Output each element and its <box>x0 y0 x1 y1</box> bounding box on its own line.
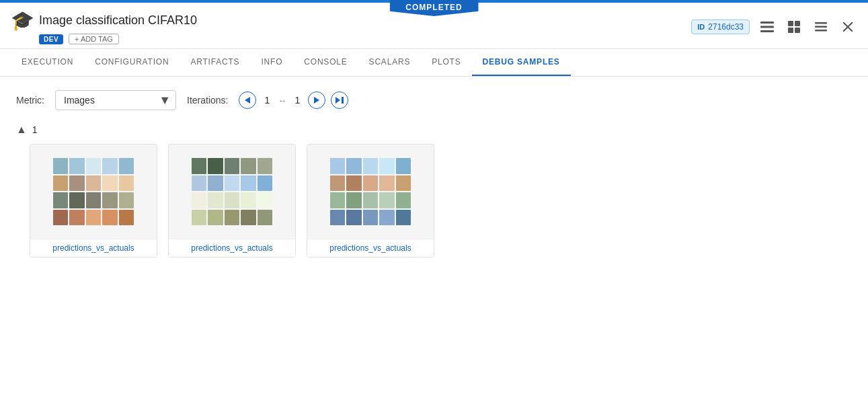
mini-cell <box>225 192 239 208</box>
card-label-2: predictions_vs_actuals <box>169 239 295 257</box>
section-number: 1 <box>32 124 38 135</box>
mini-cell <box>363 158 378 174</box>
iterations-label: Iterations: <box>187 95 228 106</box>
tag-add-button[interactable]: + ADD TAG <box>69 34 119 44</box>
tab-scalars[interactable]: SCALARS <box>358 49 422 76</box>
mini-cell <box>330 158 345 174</box>
details-button[interactable] <box>758 17 777 36</box>
mini-cell <box>363 192 378 208</box>
svg-rect-4 <box>795 21 800 26</box>
svg-marker-13 <box>314 97 319 104</box>
card-image-area-2 <box>169 145 295 239</box>
mini-cell <box>53 175 68 192</box>
mini-cell <box>330 210 345 226</box>
mini-cell <box>208 192 223 208</box>
mini-cell <box>69 158 84 174</box>
header-title-row: 🎓 Image classification CIFAR10 <box>11 9 197 31</box>
mini-cell <box>396 158 411 174</box>
image-card-2[interactable]: predictions_vs_actuals <box>168 144 296 257</box>
mini-cell <box>225 175 239 192</box>
logo-icon: 🎓 <box>11 9 32 31</box>
svg-rect-9 <box>815 30 827 32</box>
svg-rect-5 <box>788 28 793 33</box>
svg-rect-7 <box>815 22 827 24</box>
svg-rect-2 <box>760 30 774 32</box>
mini-cell <box>69 175 84 192</box>
mini-cell <box>346 192 361 208</box>
mini-cell <box>379 175 394 192</box>
mini-cell <box>192 192 206 208</box>
mini-cell <box>192 175 206 192</box>
mini-cell <box>330 175 345 192</box>
mini-cell <box>192 158 206 174</box>
mini-cell <box>102 158 117 174</box>
mini-grid-1 <box>53 158 134 225</box>
collapse-button[interactable]: ▲ <box>16 124 27 136</box>
mini-cell <box>396 175 411 192</box>
last-iter-button[interactable] <box>331 91 348 109</box>
mini-cell <box>102 210 117 226</box>
metric-label: Metric: <box>16 95 44 106</box>
iter-to-value: 1 <box>292 95 303 106</box>
card-image-area-3 <box>307 145 434 239</box>
tab-console[interactable]: CONSOLE <box>293 49 358 76</box>
menu-button[interactable] <box>812 17 830 36</box>
mini-cell <box>119 158 134 174</box>
iter-from-value: 1 <box>262 95 272 106</box>
mini-cell <box>208 175 223 192</box>
prev-iter-button[interactable] <box>239 91 256 109</box>
close-button[interactable] <box>838 17 857 36</box>
mini-cell <box>396 210 411 226</box>
mini-cell <box>241 210 255 226</box>
mini-cell <box>396 192 411 208</box>
header-left: 🎓 Image classification CIFAR10 DEV + ADD… <box>11 9 691 44</box>
image-card-1[interactable]: predictions_vs_actuals <box>30 144 157 257</box>
gallery-button[interactable] <box>785 17 803 36</box>
mini-cell <box>192 210 206 226</box>
id-label: ID <box>697 23 705 31</box>
mini-cell <box>225 158 239 174</box>
tab-debug-samples[interactable]: DEBUG SAMPLES <box>472 49 571 76</box>
mini-cell <box>102 175 117 192</box>
nav-tabs: EXECUTION CONFIGURATION ARTIFACTS INFO C… <box>0 49 868 77</box>
metric-select-wrapper: Images ▼ <box>55 90 176 110</box>
metric-select[interactable]: Images <box>55 90 176 110</box>
mini-cell <box>258 192 272 208</box>
mini-cell <box>53 192 68 208</box>
id-value: 2716dc33 <box>708 22 744 32</box>
tab-execution[interactable]: EXECUTION <box>11 49 84 76</box>
card-label-1: predictions_vs_actuals <box>30 239 157 257</box>
mini-cell <box>53 158 68 174</box>
mini-cell <box>208 210 223 226</box>
mini-cell <box>379 158 394 174</box>
mini-cell <box>363 175 378 192</box>
mini-cell <box>86 158 101 174</box>
svg-rect-3 <box>788 21 793 26</box>
tab-configuration[interactable]: CONFIGURATION <box>84 49 180 76</box>
svg-rect-1 <box>760 26 774 28</box>
mini-cell <box>379 210 394 226</box>
mini-cell <box>379 192 394 208</box>
tab-info[interactable]: INFO <box>250 49 293 76</box>
svg-rect-0 <box>760 22 774 24</box>
header-right: ID 2716dc33 <box>691 17 857 36</box>
tab-artifacts[interactable]: ARTIFACTS <box>180 49 250 76</box>
mini-cell <box>258 175 272 192</box>
mini-cell <box>258 210 272 226</box>
mini-cell <box>69 210 84 226</box>
mini-cell <box>258 158 272 174</box>
next-iter-button[interactable] <box>308 91 325 109</box>
tab-plots[interactable]: PLOTS <box>421 49 471 76</box>
id-badge: ID 2716dc33 <box>691 19 750 34</box>
card-label-3: predictions_vs_actuals <box>307 239 434 257</box>
image-card-3[interactable]: predictions_vs_actuals <box>307 144 434 257</box>
mini-cell <box>208 158 223 174</box>
mini-cell <box>86 192 101 208</box>
mini-cell <box>53 210 68 226</box>
mini-cell <box>363 210 378 226</box>
mini-cell <box>102 192 117 208</box>
mini-cell <box>69 192 84 208</box>
tag-dev[interactable]: DEV <box>39 34 63 44</box>
app-title: Image classification CIFAR10 <box>39 13 197 28</box>
mini-cell <box>119 210 134 226</box>
